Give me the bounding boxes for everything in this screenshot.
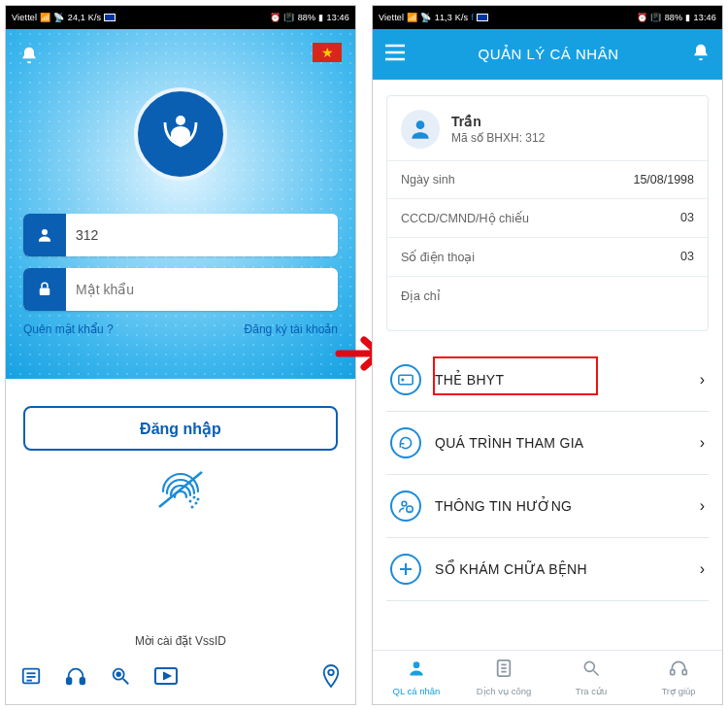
svg-point-4 [189, 500, 192, 503]
vibrate-icon: 📳 [283, 13, 294, 22]
avatar [401, 110, 440, 149]
card-icon [390, 364, 421, 395]
biometric-button[interactable] [6, 468, 355, 515]
signal-icon: 📶 [40, 13, 50, 22]
menu-item-bhyt[interactable]: THẺ BHYT › [386, 349, 709, 412]
footer-icons [6, 663, 355, 693]
kh-flag-icon [104, 14, 116, 21]
menu-item-process[interactable]: QUÁ TRÌNH THAM GIA › [386, 412, 709, 475]
svg-rect-2 [40, 288, 50, 296]
install-caption: Mời cài đặt VssID [6, 634, 355, 648]
news-icon[interactable] [19, 665, 43, 691]
status-bar: Viettel 📶 📡 24,1 K/s ⏰ 📳 88% ▮ 13:46 [6, 6, 355, 29]
login-screen: Viettel 📶 📡 24,1 K/s ⏰ 📳 88% ▮ 13:46 [5, 5, 356, 705]
svg-point-1 [42, 229, 48, 235]
login-button[interactable]: Đăng nhập [23, 406, 338, 451]
menu-label: SỔ KHÁM CHỮA BỆNH [435, 561, 686, 577]
svg-rect-24 [399, 375, 413, 385]
svg-point-19 [328, 670, 334, 676]
svg-point-8 [197, 498, 200, 501]
manage-screen: Viettel 📶 📡 11,3 K/s f ⏰ 📳 88% ▮ 13:46 Q… [372, 5, 723, 705]
svg-point-23 [416, 120, 425, 129]
menu-label: QUÁ TRÌNH THAM GIA [435, 435, 686, 451]
menu-item-benefit[interactable]: i THÔNG TIN HƯỞNG › [386, 475, 709, 538]
svg-rect-13 [67, 678, 72, 684]
svg-point-17 [116, 672, 120, 676]
chevron-right-icon: › [700, 560, 705, 578]
alarm-icon: ⏰ [637, 13, 647, 22]
tab-lookup[interactable]: Tra cứu [547, 651, 635, 704]
battery-icon: ▮ [685, 13, 690, 22]
menu-button[interactable] [384, 44, 406, 65]
alarm-icon: ⏰ [270, 13, 281, 22]
battery-pct: 88% [298, 13, 316, 22]
svg-point-30 [414, 661, 420, 668]
svg-line-16 [123, 679, 129, 685]
menu-item-medical[interactable]: SỔ KHÁM CHỮA BỆNH › [386, 538, 709, 601]
row-phone: Số điện thoại 03 [387, 237, 708, 276]
refresh-icon [390, 427, 421, 458]
svg-point-6 [195, 502, 198, 505]
person-info-icon: i [390, 490, 421, 522]
login-hero: Quên mật khẩu ? Đăng ký tài khoản [6, 29, 355, 379]
net-speed: 11,3 K/s [435, 13, 469, 22]
clock: 13:46 [693, 13, 716, 22]
svg-line-3 [159, 472, 202, 507]
notifications-button[interactable] [19, 45, 39, 70]
row-idnumber: CCCD/CMND/Hộ chiếu 03 [387, 198, 708, 237]
status-bar: Viettel 📶 📡 11,3 K/s f ⏰ 📳 88% ▮ 13:46 [373, 6, 722, 29]
svg-point-5 [193, 496, 196, 499]
video-icon[interactable] [153, 665, 179, 691]
username-input[interactable] [66, 227, 338, 243]
chevron-right-icon: › [700, 371, 705, 389]
bhxh-code: Mã số BHXH: 312 [451, 131, 545, 145]
tab-bar: QL cá nhân Dịch vụ công Tra cứu Trợ giúp [373, 650, 722, 704]
headset-icon [669, 659, 688, 683]
row-address: Địa chỉ [387, 276, 708, 330]
user-icon [23, 214, 66, 256]
wifi-icon: 📡 [420, 13, 431, 22]
password-input[interactable] [66, 282, 338, 297]
support-icon[interactable] [64, 665, 87, 691]
row-dob: Ngày sinh 15/08/1998 [387, 160, 708, 198]
svg-point-0 [176, 116, 185, 125]
person-icon [407, 659, 426, 683]
login-links: Quên mật khẩu ? Đăng ký tài khoản [23, 322, 338, 336]
app-logo [134, 87, 227, 181]
battery-icon: ▮ [318, 13, 323, 22]
search-gear-icon[interactable] [109, 665, 132, 691]
forgot-password-link[interactable]: Quên mật khẩu ? [23, 322, 114, 336]
tab-label: QL cá nhân [393, 686, 441, 696]
svg-point-25 [402, 501, 407, 506]
battery-pct: 88% [665, 13, 683, 22]
kh-flag-icon [477, 14, 488, 21]
plus-icon [390, 554, 421, 585]
svg-text:i: i [409, 508, 410, 513]
username-row [23, 214, 338, 256]
menu-label: THẺ BHYT [435, 372, 686, 388]
menu-list: THẺ BHYT › QUÁ TRÌNH THAM GIA › i THÔNG … [386, 349, 709, 601]
header: QUẢN LÝ CÁ NHÂN [373, 29, 722, 80]
carrier-label: Viettel [379, 13, 404, 22]
password-row [23, 268, 338, 311]
tab-service[interactable]: Dịch vụ công [460, 651, 547, 704]
notifications-button[interactable] [691, 42, 711, 67]
fb-icon: f [471, 13, 474, 22]
svg-point-35 [584, 661, 594, 671]
tab-personal[interactable]: QL cá nhân [373, 651, 460, 704]
login-form [23, 214, 338, 322]
chevron-right-icon: › [700, 434, 705, 452]
carrier-label: Viettel [12, 13, 37, 22]
svg-point-7 [191, 506, 194, 509]
lock-icon [23, 268, 66, 311]
tab-label: Tra cứu [576, 686, 608, 696]
logo-person-icon [157, 107, 204, 162]
tab-help[interactable]: Trợ giúp [635, 651, 722, 704]
page-title: QUẢN LÝ CÁ NHÂN [417, 46, 679, 63]
net-speed: 24,1 K/s [68, 13, 102, 22]
location-icon[interactable] [320, 663, 342, 693]
tab-label: Dịch vụ công [477, 686, 532, 696]
register-link[interactable]: Đăng ký tài khoản [245, 322, 338, 336]
document-icon [495, 659, 513, 683]
language-flag-vn[interactable] [313, 43, 342, 62]
